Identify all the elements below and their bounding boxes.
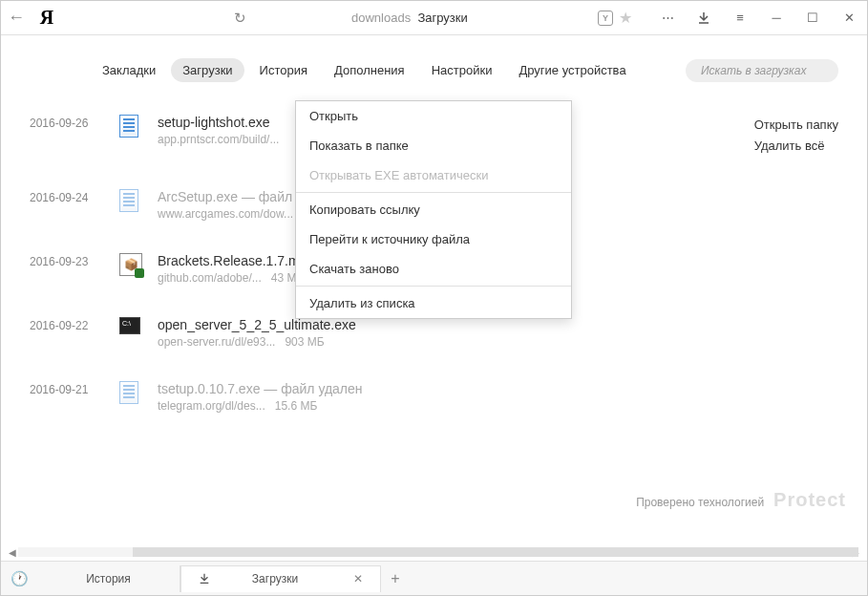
- bottom-tab-downloads[interactable]: Загрузки ✕: [180, 565, 381, 592]
- download-date: 2016-09-26: [30, 115, 119, 130]
- scroll-thumb[interactable]: [133, 547, 858, 557]
- ctx-goto-source[interactable]: Перейти к источнику файла: [296, 224, 571, 254]
- back-button[interactable]: ←: [1, 8, 32, 28]
- ctx-open[interactable]: Открыть: [296, 101, 571, 131]
- tab-downloads[interactable]: Загрузки: [171, 58, 243, 82]
- ctx-remove[interactable]: Удалить из списка: [296, 288, 571, 318]
- address-bar[interactable]: ↻ downloads Загрузки Y ★: [234, 9, 636, 27]
- tab-bookmarks[interactable]: Закладки: [91, 58, 167, 82]
- download-row[interactable]: 2016-09-21 tsetup.0.10.7.exe — файл удал…: [1, 372, 867, 436]
- file-icon: [119, 189, 158, 212]
- download-source: telegram.org/dl/des...15.6 МБ: [158, 399, 838, 413]
- scroll-track[interactable]: [18, 547, 850, 557]
- close-icon[interactable]: ✕: [831, 1, 867, 35]
- tab-addons[interactable]: Дополнения: [323, 58, 416, 82]
- address-text: downloads Загрузки: [351, 11, 468, 25]
- separator: [296, 192, 571, 193]
- downloads-icon[interactable]: [686, 1, 722, 35]
- separator: [296, 286, 571, 287]
- download-source: open-server.ru/dl/e93...903 МБ: [158, 335, 838, 349]
- file-icon: [119, 115, 158, 138]
- cmd-icon: C:\: [119, 317, 158, 334]
- download-filename[interactable]: tsetup.0.10.7.exe — файл удален: [158, 381, 838, 396]
- tab-devices[interactable]: Другие устройства: [507, 58, 637, 82]
- yandex-logo[interactable]: Я: [32, 7, 62, 29]
- menu-icon[interactable]: ≡: [722, 1, 758, 35]
- tab-settings[interactable]: Настройки: [420, 58, 504, 82]
- scroll-left-icon[interactable]: ◀: [7, 547, 18, 558]
- download-date: 2016-09-21: [30, 381, 119, 396]
- reload-icon[interactable]: ↻: [234, 10, 246, 27]
- delete-all-link[interactable]: Удалить всё: [754, 136, 838, 157]
- download-icon: [199, 573, 210, 585]
- open-folder-link[interactable]: Открыть папку: [754, 115, 838, 136]
- ctx-auto-open: Открывать EXE автоматически: [296, 160, 571, 190]
- bottom-tab-history[interactable]: История: [37, 565, 180, 592]
- nav-tabs: Закладки Загрузки История Дополнения Нас…: [1, 35, 867, 105]
- horizontal-scrollbar[interactable]: ◀ ▶: [7, 547, 861, 557]
- minimize-icon[interactable]: ─: [758, 1, 794, 35]
- tab-close-icon[interactable]: ✕: [353, 572, 363, 585]
- ctx-show-in-folder[interactable]: Показать в папке: [296, 131, 571, 160]
- protect-footer: Проверено технологией Protect: [636, 489, 846, 511]
- new-tab-button[interactable]: +: [381, 570, 410, 587]
- ctx-copy-link[interactable]: Копировать ссылку: [296, 195, 571, 224]
- clock-icon[interactable]: 🕐: [1, 570, 37, 587]
- download-date: 2016-09-24: [30, 189, 119, 204]
- context-menu: Открыть Показать в папке Открывать EXE а…: [295, 100, 572, 319]
- bottom-bar: 🕐 История Загрузки ✕ +: [1, 561, 867, 595]
- more-icon[interactable]: ⋯: [649, 1, 686, 35]
- titlebar: ← Я ↻ downloads Загрузки Y ★ ⋯ ≡ ─ ☐ ✕: [1, 1, 867, 35]
- download-date: 2016-09-23: [30, 253, 119, 268]
- file-icon: [119, 381, 158, 404]
- msi-icon: [119, 253, 158, 276]
- maximize-icon[interactable]: ☐: [794, 1, 831, 35]
- security-icon[interactable]: Y: [598, 11, 613, 26]
- tab-history[interactable]: История: [248, 58, 319, 82]
- search-input[interactable]: Искать в загрузках: [686, 59, 838, 82]
- protect-brand: Protect: [773, 489, 846, 511]
- ctx-redownload[interactable]: Скачать заново: [296, 254, 571, 284]
- download-date: 2016-09-22: [30, 317, 119, 332]
- download-filename[interactable]: open_server_5_2_5_ultimate.exe: [158, 317, 838, 332]
- bookmark-star-icon[interactable]: ★: [619, 9, 632, 27]
